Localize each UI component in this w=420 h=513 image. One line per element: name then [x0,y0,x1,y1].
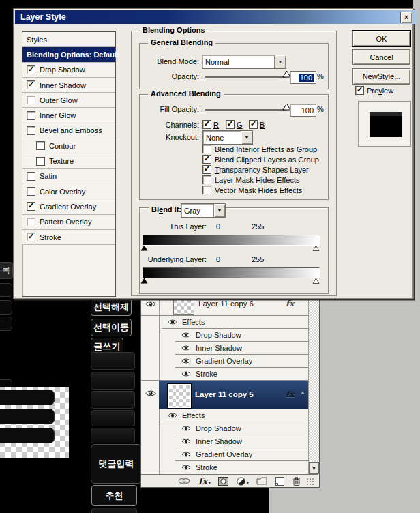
visibility-eye-icon[interactable] [181,464,191,471]
resize-grip[interactable] [306,478,314,485]
transparency-shapes-checkbox[interactable] [202,165,211,174]
add-layer-style-icon[interactable]: fx [198,476,207,486]
new-group-folder-icon[interactable] [256,477,267,485]
opacity-slider[interactable] [205,76,286,78]
chevron-down-icon[interactable]: ▼ [274,55,286,68]
new-layer-icon[interactable] [275,477,284,486]
style-item-texture[interactable]: Texture [22,153,115,168]
style-item-inner-shadow[interactable]: Inner Shadow [22,78,115,93]
checkbox[interactable] [27,202,35,211]
recommend-button[interactable]: 추천 [91,485,137,506]
collapse-effects-arrow[interactable]: ▲ [300,390,305,396]
side-tab[interactable]: 록 [0,262,13,279]
effect-row[interactable]: Gradient Overlay [159,448,308,460]
effect-row[interactable]: Stroke [159,368,308,380]
close-icon[interactable]: × [400,12,412,23]
effect-row[interactable]: Drop Shadow [159,329,308,341]
knockout-select[interactable]: None ▼ [202,130,253,145]
visibility-eye-icon[interactable] [168,412,177,419]
visibility-eye-icon[interactable] [181,370,191,377]
effects-header-row[interactable]: Effects [159,316,308,328]
dark-button[interactable] [91,352,135,370]
dark-button[interactable] [91,391,135,409]
dark-button[interactable] [91,372,135,390]
checkbox[interactable] [27,233,35,241]
style-item-blending-options[interactable]: Blending Options: Default [22,47,115,62]
effect-row[interactable]: Gradient Overlay [159,355,308,367]
checkbox[interactable] [36,157,45,166]
fill-opacity-value-field[interactable]: 100 [290,104,316,117]
blend-mode-select[interactable]: Normal ▼ [202,55,286,69]
effect-row[interactable]: Drop Shadow [159,422,308,435]
dialog-titlebar[interactable]: Layer Style [15,10,417,24]
visibility-eye-icon[interactable] [145,389,157,398]
effects-header-row[interactable]: Effects [159,409,308,422]
fill-opacity-slider[interactable] [205,109,286,111]
style-item-pattern-overlay[interactable]: Pattern Overlay [22,215,115,230]
styles-list-header[interactable]: Styles [22,32,115,47]
checkbox[interactable] [27,80,35,89]
underlying-layer-white-thumb[interactable] [312,277,320,285]
selection-move-button[interactable]: 선택이동 [91,319,132,336]
style-item-outer-glow[interactable]: Outer Glow [22,93,115,108]
palette-scrollbar[interactable] [308,294,319,474]
this-layer-black-thumb[interactable] [140,244,148,252]
channel-r-checkbox[interactable] [202,120,211,129]
new-style-button[interactable]: New Style... [352,68,410,85]
blend-if-select[interactable]: Gray ▼ [181,203,226,218]
effect-row[interactable]: Inner Shadow [159,435,308,448]
checkbox[interactable] [27,172,35,181]
underlying-layer-gradient-bar[interactable] [142,267,320,278]
opacity-value-field[interactable]: 100 [290,71,316,84]
dark-button[interactable] [91,410,135,426]
partial-button[interactable] [91,508,137,513]
visibility-eye-icon[interactable] [181,438,191,445]
link-layers-icon[interactable] [178,478,190,484]
layer-name[interactable]: Layer 11 copy 5 [195,390,254,398]
chevron-down-icon[interactable]: ▼ [241,131,252,144]
visibility-eye-icon[interactable] [181,425,191,432]
visibility-eye-icon[interactable] [181,451,191,458]
checkbox[interactable] [27,187,35,196]
checkbox[interactable] [27,111,35,120]
deselect-button[interactable]: 선택해제 [91,298,132,316]
channel-g-checkbox[interactable] [226,120,235,129]
layer-mask-hides-checkbox[interactable] [202,175,211,184]
visibility-eye-icon[interactable] [168,319,177,325]
preview-checkbox[interactable] [355,86,364,95]
layer-thumbnail[interactable] [168,384,191,408]
style-item-bevel-emboss[interactable]: Bevel and Emboss [22,123,115,138]
adjustment-layer-icon[interactable] [237,477,245,486]
vector-mask-hides-checkbox[interactable] [202,186,211,194]
effect-row[interactable]: Inner Shadow [159,342,308,354]
visibility-eye-icon[interactable] [181,345,191,351]
comment-input-button[interactable]: 댓글입력 [91,444,142,484]
add-layer-mask-icon[interactable] [218,477,228,486]
checkbox[interactable] [27,65,35,74]
visibility-eye-icon[interactable] [145,299,157,308]
scroll-down-button[interactable]: ▼ [309,462,319,474]
style-item-inner-glow[interactable]: Inner Glow [22,108,115,123]
effect-row[interactable]: Stroke [159,461,308,473]
checkbox[interactable] [36,141,45,150]
layer-name[interactable]: Layer 11 copy 6 [198,299,254,308]
layer-style-fx-icon[interactable]: fx [286,299,294,308]
visibility-eye-icon[interactable] [181,332,191,338]
this-layer-gradient-bar[interactable] [142,235,320,246]
underlying-layer-black-thumb[interactable] [140,277,148,285]
style-item-contour[interactable]: Contour [22,138,115,153]
ok-button[interactable]: OK [352,31,410,46]
style-item-gradient-overlay[interactable]: Gradient Overlay [22,199,115,214]
style-item-color-overlay[interactable]: Color Overlay [22,184,115,199]
selected-layer-row[interactable]: Layer 11 copy 5 fx ▲ [159,381,308,409]
checkbox[interactable] [27,96,35,104]
delete-layer-trash-icon[interactable] [292,477,301,486]
this-layer-white-thumb[interactable] [312,244,320,252]
chevron-down-icon[interactable]: ▼ [213,204,225,217]
style-item-drop-shadow[interactable]: Drop Shadow [22,63,115,78]
layer-style-fx-icon[interactable]: fx [286,390,294,399]
checkbox[interactable] [27,218,35,226]
checkbox[interactable] [27,126,35,135]
blend-clipped-checkbox[interactable] [202,155,211,164]
cancel-button[interactable]: Cancel [352,49,410,65]
